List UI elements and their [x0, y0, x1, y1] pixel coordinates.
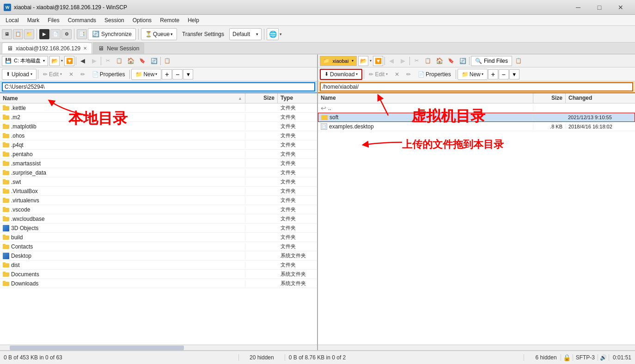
right-plus-btn[interactable]: +: [488, 69, 498, 79]
queue-button[interactable]: ⏳ Queue ▾: [141, 28, 177, 40]
menu-help[interactable]: Help: [184, 16, 203, 24]
left-file-row[interactable]: .ohos 文件夹: [0, 131, 317, 140]
left-minus-btn[interactable]: –: [172, 69, 183, 79]
menu-remote[interactable]: Remote: [156, 16, 183, 24]
left-col-type[interactable]: Type: [278, 93, 317, 103]
right-more-btn[interactable]: 📋: [513, 56, 524, 66]
upload-button[interactable]: ⬆ Upload ▾: [2, 69, 37, 80]
left-edit-button[interactable]: ✏ Edit ▾: [40, 69, 65, 80]
right-find-files-btn[interactable]: 🔍 Find Files: [471, 56, 512, 66]
left-col-size[interactable]: Size: [245, 93, 278, 103]
left-bookmark-btn[interactable]: 🔖: [137, 56, 147, 66]
left-file-row[interactable]: .p4qt 文件夹: [0, 140, 317, 150]
left-file-row[interactable]: 3D Objects 文件夹: [0, 224, 317, 233]
right-new-button[interactable]: 📁 New ▾: [458, 69, 488, 80]
right-home-btn[interactable]: 🏠: [434, 56, 445, 66]
menu-commands[interactable]: Commands: [64, 16, 100, 24]
menu-options[interactable]: Options: [129, 16, 155, 24]
left-file-row[interactable]: Downloads 系统文件夹: [0, 279, 317, 288]
left-delete-button[interactable]: ✕: [66, 69, 77, 80]
left-back-btn[interactable]: ◀: [78, 56, 88, 66]
left-plus-btn[interactable]: +: [162, 69, 172, 79]
minimize-button[interactable]: ─: [568, 0, 589, 15]
menu-files[interactable]: Files: [44, 16, 63, 24]
left-properties-button[interactable]: 📄 Properties: [89, 69, 128, 80]
right-filter-btn[interactable]: 🔽: [373, 56, 383, 66]
left-file-row[interactable]: build 文件夹: [0, 233, 317, 242]
right-open-btn[interactable]: 📂: [358, 56, 368, 66]
toolbar-icon-4[interactable]: ▶: [39, 29, 49, 39]
right-scrollbar[interactable]: [318, 345, 635, 350]
left-file-row[interactable]: Documents 系统文件夹: [0, 270, 317, 279]
left-filter-btn[interactable]: 🔽: [64, 56, 74, 66]
menu-mark[interactable]: Mark: [24, 16, 43, 24]
left-new-button[interactable]: 📁 New ▾: [131, 69, 161, 80]
globe-button[interactable]: 🌐: [267, 28, 279, 40]
right-edit-button[interactable]: ✏ Edit ▾: [366, 69, 391, 80]
left-file-row[interactable]: .matplotlib 文件夹: [0, 122, 317, 131]
menu-local[interactable]: Local: [2, 16, 23, 24]
transfer-settings-button[interactable]: Transfer Settings: [178, 28, 228, 40]
right-minus-btn[interactable]: –: [499, 69, 509, 79]
left-file-row[interactable]: .kettle 文件夹: [0, 103, 317, 113]
left-file-row[interactable]: .m2 文件夹: [0, 113, 317, 122]
right-row-soft[interactable]: soft 2021/12/13 9:10:55: [318, 113, 635, 122]
left-rename-button[interactable]: ✏: [77, 69, 88, 80]
right-rename-button[interactable]: ✏: [403, 69, 414, 80]
toolbar-icon-1[interactable]: 🖥: [2, 29, 12, 39]
left-open-btn[interactable]: 📂: [49, 56, 60, 66]
left-more-btn[interactable]: 📋: [162, 56, 172, 66]
left-file-row[interactable]: .surprise_data 文件夹: [0, 168, 317, 177]
right-properties-button[interactable]: 📄 Properties: [415, 69, 454, 80]
left-file-row[interactable]: .pentaho 文件夹: [0, 150, 317, 159]
left-home-btn[interactable]: 🏠: [126, 56, 136, 66]
tab-session[interactable]: 🖥 xiaobai@192.168.206.129 ✕: [2, 42, 92, 54]
right-forward-btn[interactable]: ▶: [398, 56, 408, 66]
right-refresh-btn[interactable]: 🔄: [458, 56, 468, 66]
toolbar-icon-5[interactable]: 📄: [50, 29, 61, 39]
right-back-btn[interactable]: ◀: [386, 56, 397, 66]
left-refresh-btn[interactable]: 🔄: [149, 56, 159, 66]
close-button[interactable]: ✕: [610, 0, 631, 15]
right-col-size[interactable]: Size: [533, 93, 566, 103]
right-col-changed[interactable]: Changed: [566, 93, 635, 103]
left-scrollbar[interactable]: [0, 345, 317, 350]
left-file-row[interactable]: .VirtualBox 文件夹: [0, 187, 317, 196]
toolbar-icon-6[interactable]: ⚙: [61, 29, 72, 39]
toolbar-icon-3[interactable]: 📁: [24, 29, 34, 39]
left-copy-btn[interactable]: 📋: [114, 56, 124, 66]
right-row-parent[interactable]: ↩ ..: [318, 103, 635, 113]
left-filter2-btn[interactable]: ▼: [183, 69, 193, 79]
left-file-row[interactable]: .wxcloudbase 文件夹: [0, 214, 317, 224]
right-address-input[interactable]: /home/xiaobai/: [320, 82, 633, 91]
toolbar-icon-2[interactable]: 📋: [13, 29, 23, 39]
download-button[interactable]: ⬇ Download ▾: [320, 69, 362, 80]
left-col-name[interactable]: Name ▲: [0, 93, 245, 103]
maximize-button[interactable]: □: [589, 0, 610, 15]
left-forward-btn[interactable]: ▶: [89, 56, 99, 66]
right-delete-button[interactable]: ✕: [391, 69, 403, 80]
right-copy-btn[interactable]: 📋: [423, 56, 433, 66]
right-col-name[interactable]: Name: [318, 93, 533, 103]
left-file-row[interactable]: Desktop 系统文件夹: [0, 251, 317, 261]
synchronize-button[interactable]: 🔄 Synchronize: [88, 28, 136, 40]
right-row-examples[interactable]: 📄 examples.desktop .8 KB 2018/4/16 16:18…: [318, 122, 635, 131]
right-cut-btn[interactable]: ✂: [411, 56, 421, 66]
default-dropdown[interactable]: Default ▾: [229, 28, 262, 40]
left-file-row[interactable]: .smartassist 文件夹: [0, 159, 317, 168]
left-drive-dropdown[interactable]: 💾 C: 本地磁盘 ▾: [2, 56, 48, 66]
left-file-row[interactable]: .swt 文件夹: [0, 177, 317, 187]
right-drive-dropdown[interactable]: 📁 xiaobai ▾: [320, 56, 357, 66]
right-bookmark-btn[interactable]: 🔖: [446, 56, 456, 66]
session-tab-close[interactable]: ✕: [83, 46, 87, 51]
tab-new-session[interactable]: 🖥 New Session: [93, 42, 144, 54]
left-file-row[interactable]: dist 文件夹: [0, 261, 317, 270]
menu-session[interactable]: Session: [101, 16, 128, 24]
left-file-row[interactable]: Contacts 文件夹: [0, 242, 317, 251]
left-address-input[interactable]: C:\Users\25294\: [2, 82, 315, 91]
left-cut-btn[interactable]: ✂: [103, 56, 113, 66]
toolbar-icon-7[interactable]: 📑: [77, 29, 87, 39]
right-filter2-btn[interactable]: ▼: [509, 69, 519, 79]
left-file-row[interactable]: .virtualenvs 文件夹: [0, 196, 317, 205]
left-file-row[interactable]: .vscode 文件夹: [0, 205, 317, 214]
